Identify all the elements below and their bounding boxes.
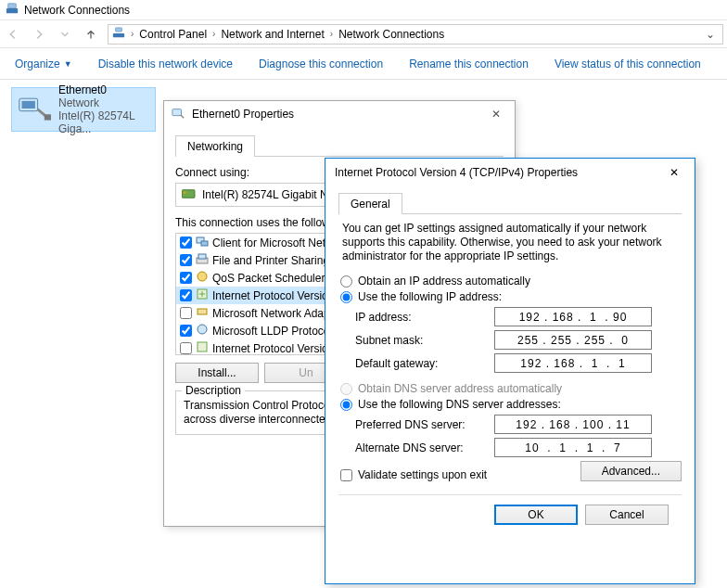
bc-network-internet[interactable]: Network and Internet [221,28,324,41]
gateway-input[interactable] [494,353,652,373]
adapter-name: Ethernet0 [58,83,149,96]
network-icon [112,26,125,42]
svg-point-14 [198,272,207,281]
multiplexor-icon [196,305,209,321]
svg-rect-5 [22,100,35,108]
adapter-item[interactable]: Ethernet0 Network Intel(R) 82574L Giga..… [11,87,156,132]
preferred-dns-label: Preferred DNS server: [355,418,494,431]
install-button[interactable]: Install... [175,363,259,383]
radio-ip-manual[interactable]: Use the following IP address: [340,290,680,303]
nic-icon [182,188,197,202]
ok-button[interactable]: OK [494,505,578,525]
organize-menu[interactable]: Organize ▼ [15,58,72,70]
dialog-title-bar[interactable]: Ethernet0 Properties ✕ [164,101,515,127]
tab-strip: Networking [175,134,504,157]
ip-address-row: IP address: [355,307,682,326]
rename-link[interactable]: Rename this connection [409,58,529,70]
close-button[interactable]: ✕ [485,108,507,121]
app-icon [6,2,19,18]
svg-rect-9 [184,191,186,194]
disable-device-link[interactable]: Disable this network device [98,58,233,70]
description-label: Description [182,384,245,397]
forward-button[interactable] [26,21,52,47]
svg-rect-6 [45,114,51,120]
alternate-dns-row: Alternate DNS server: [355,438,682,457]
item-checkbox[interactable] [180,342,192,354]
bc-control-panel[interactable]: Control Panel [139,28,207,41]
bc-network-connections[interactable]: Network Connections [338,28,444,41]
ip-manual-radio[interactable] [340,291,352,303]
gateway-row: Default gateway: [355,353,682,373]
dns-auto-radio [340,383,352,395]
item-label: Microsoft Network Adap [212,307,330,320]
item-label: Internet Protocol Version [212,342,334,355]
item-checkbox[interactable] [180,254,192,266]
chevron-down-icon: ▼ [64,59,72,69]
gateway-label: Default gateway: [355,357,494,370]
validate-label: Validate settings upon exit [358,468,487,481]
alternate-dns-label: Alternate DNS server: [355,441,494,454]
tab-general[interactable]: General [338,193,402,214]
item-checkbox[interactable] [180,272,192,284]
subnet-mask-input[interactable] [494,330,652,350]
back-button[interactable] [0,21,26,47]
view-status-link[interactable]: View status of this connection [555,58,701,70]
ipv6-icon [196,340,209,355]
tab-strip: General [338,192,682,214]
breadcrumb[interactable]: › Control Panel › Network and Internet ›… [108,24,723,45]
radio-ip-auto[interactable]: Obtain an IP address automatically [340,275,680,288]
sharing-icon [196,252,209,268]
ip-address-label: IP address: [355,311,494,324]
breadcrumb-dropdown[interactable]: ⌄ [702,28,719,41]
close-button[interactable]: ✕ [663,166,685,179]
ip-auto-radio[interactable] [340,275,352,288]
organize-label: Organize [15,58,60,70]
ip-address-input[interactable] [494,307,652,326]
item-label: File and Printer Sharing fo [212,254,341,267]
dialog-title: Ethernet0 Properties [192,108,294,121]
chevron-right-icon: › [131,29,134,39]
svg-rect-2 [113,33,124,37]
diagnose-link[interactable]: Diagnose this connection [259,58,383,70]
ip-manual-label: Use the following IP address: [358,290,502,303]
ipv4-icon [196,288,209,303]
tab-networking[interactable]: Networking [175,135,255,157]
dns-manual-label: Use the following DNS server addresses: [358,398,561,411]
radio-dns-auto: Obtain DNS server address automatically [340,382,680,395]
adapter-text: Ethernet0 Network Intel(R) 82574L Giga..… [58,83,149,135]
svg-rect-11 [201,241,208,246]
address-bar: › Control Panel › Network and Internet ›… [0,20,727,48]
lldp-icon [196,323,209,339]
dns-manual-radio[interactable] [340,399,352,411]
dns-fields: Preferred DNS server: Alternate DNS serv… [355,415,682,457]
ip-auto-label: Obtain an IP address automatically [358,275,530,288]
advanced-button[interactable]: Advanced... [580,461,682,481]
command-bar: Organize ▼ Disable this network device D… [0,48,727,80]
radio-dns-manual[interactable]: Use the following DNS server addresses: [340,398,680,411]
dialog-footer: OK Cancel [338,494,682,534]
adapter-icon [172,107,185,122]
title-bar: Network Connections [0,0,727,20]
ipv4-properties-dialog: Internet Protocol Version 4 (TCP/IPv4) P… [325,158,695,584]
svg-rect-16 [198,309,207,314]
svg-rect-3 [116,28,122,32]
preferred-dns-input[interactable] [494,415,652,434]
dns-auto-label: Obtain DNS server address automatically [358,382,562,395]
item-checkbox[interactable] [180,325,192,337]
item-checkbox[interactable] [180,236,192,249]
dialog-body: General You can get IP settings assigned… [325,186,695,543]
recent-dropdown[interactable] [52,21,78,47]
cancel-button[interactable]: Cancel [585,505,669,525]
dialog-title: Internet Protocol Version 4 (TCP/IPv4) P… [335,166,578,179]
item-label: Client for Microsoft Netwo [212,236,339,249]
up-button[interactable] [78,21,104,47]
item-checkbox[interactable] [180,307,192,319]
svg-rect-13 [198,254,206,259]
adapter-device: Intel(R) 82574L Giga... [58,109,149,135]
validate-checkbox[interactable] [340,469,352,481]
alternate-dns-input[interactable] [494,438,652,457]
item-checkbox[interactable] [180,289,192,301]
dialog-title-bar[interactable]: Internet Protocol Version 4 (TCP/IPv4) P… [325,159,695,186]
item-label: Internet Protocol Version [212,289,334,302]
chevron-right-icon: › [330,29,333,39]
